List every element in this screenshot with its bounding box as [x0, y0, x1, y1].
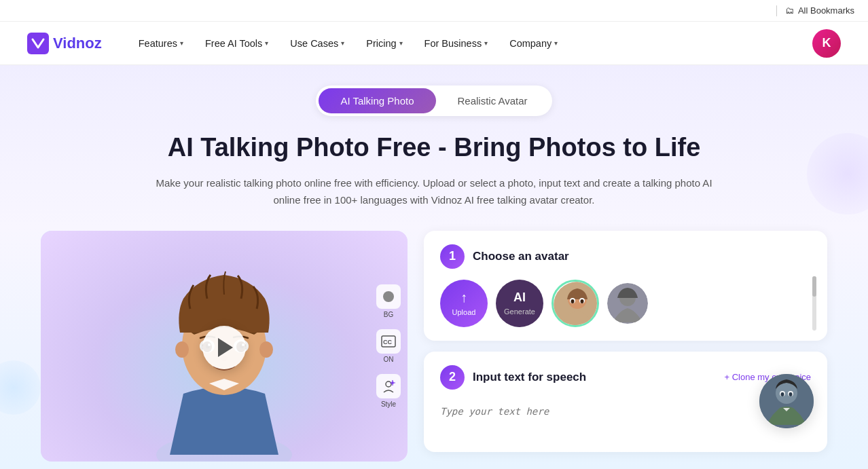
floating-avatar: [759, 374, 814, 428]
navbar: Vidnoz Features ▾ Free AI Tools ▾ Use Ca…: [0, 22, 868, 65]
style-tool-label: Style: [381, 400, 396, 408]
nav-items: Features ▾ Free AI Tools ▾ Use Cases ▾ P…: [129, 34, 812, 53]
bookmarks-icon: 🗂: [785, 5, 794, 16]
tab-realistic-avatar[interactable]: Realistic Avatar: [436, 88, 549, 113]
cc-tool[interactable]: CC ON: [376, 329, 401, 363]
top-bar: 🗂 All Bookmarks: [0, 0, 868, 22]
logo-text: Vidnoz: [53, 35, 102, 52]
tabs-container: AI Talking Photo Realistic Avatar: [41, 86, 827, 116]
chevron-down-icon: ▾: [554, 39, 558, 47]
chevron-down-icon: ▾: [180, 39, 183, 47]
tab-ai-talking-photo[interactable]: AI Talking Photo: [319, 88, 435, 113]
nav-label-free-ai-tools: Free AI Tools: [205, 38, 262, 49]
step1-title: Choose an avatar: [473, 250, 569, 263]
speech-text-input[interactable]: [440, 398, 811, 436]
video-panel: BG CC ON: [41, 231, 408, 462]
cc-icon: CC: [381, 335, 396, 348]
nav-label-pricing: Pricing: [366, 38, 396, 49]
cc-tool-label: ON: [384, 356, 394, 363]
nav-item-use-cases[interactable]: Use Cases ▾: [281, 34, 354, 53]
svg-point-15: [259, 341, 273, 358]
style-tool[interactable]: Style: [376, 374, 401, 408]
floating-avatar-image: [759, 374, 814, 428]
upload-icon: ↑: [460, 290, 467, 305]
tabs: AI Talking Photo Realistic Avatar: [316, 86, 551, 116]
side-tools: BG CC ON: [376, 284, 401, 408]
hero-title: AI Talking Photo Free - Bring Photos to …: [41, 132, 827, 164]
avatar-item-1[interactable]: [551, 280, 599, 327]
step1-number: 1: [440, 244, 465, 269]
svg-point-26: [581, 299, 584, 303]
upload-label: Upload: [452, 308, 476, 316]
style-icon: [381, 379, 396, 394]
step2-title: Input text for speech: [473, 371, 586, 384]
divider: [776, 5, 777, 16]
nav-item-for-business[interactable]: For Business ▾: [415, 34, 498, 53]
generate-label: Generate: [504, 307, 535, 316]
user-avatar-button[interactable]: K: [812, 29, 841, 58]
avatar-2-image: [607, 283, 648, 324]
logo-icon: [27, 33, 49, 54]
bookmarks-label: All Bookmarks: [798, 5, 854, 16]
style-tool-icon: [376, 374, 401, 398]
step1-header: 1 Choose an avatar: [440, 244, 811, 269]
bg-tool-label: BG: [384, 311, 393, 318]
nav-label-use-cases: Use Cases: [290, 38, 338, 49]
step2-number: 2: [440, 365, 465, 390]
generate-avatar-button[interactable]: AI Generate: [496, 280, 543, 327]
svg-point-33: [781, 392, 784, 396]
nav-item-company[interactable]: Company ▾: [500, 34, 567, 53]
ai-label: AI: [513, 290, 526, 305]
svg-point-19: [386, 381, 391, 387]
play-icon: [218, 338, 233, 357]
chevron-down-icon: ▾: [399, 39, 403, 47]
svg-point-34: [789, 392, 793, 396]
hero-section: AI Talking Photo Realistic Avatar AI Tal…: [0, 65, 868, 469]
deco-circle-2: [0, 360, 41, 415]
nav-item-features[interactable]: Features ▾: [129, 34, 193, 53]
step2-header: 2 Input text for speech + Clone my own v…: [440, 365, 811, 390]
chevron-down-icon: ▾: [341, 39, 344, 47]
avatar-item-2[interactable]: [607, 283, 648, 324]
avatar-grid: ↑ Upload AI Generate: [440, 280, 811, 327]
chevron-down-icon: ▾: [265, 39, 268, 47]
step2-title-group: 2 Input text for speech: [440, 365, 586, 390]
chevron-down-icon: ▾: [484, 39, 488, 47]
nav-label-for-business: For Business: [424, 38, 482, 49]
step1-card: 1 Choose an avatar ↑ Upload AI Generate: [424, 231, 827, 341]
logo[interactable]: Vidnoz: [27, 33, 102, 54]
user-initial: K: [822, 36, 831, 50]
tab-ai-talking-photo-label: AI Talking Photo: [340, 95, 414, 107]
bg-tool-icon: [376, 284, 401, 309]
hero-description: Make your realistic talking photo online…: [156, 174, 712, 209]
avatar-1-image: [554, 282, 599, 327]
svg-point-14: [175, 341, 189, 358]
bookmarks-button[interactable]: 🗂 All Bookmarks: [785, 5, 854, 16]
svg-text:CC: CC: [383, 339, 392, 345]
cc-tool-icon: CC: [376, 329, 401, 354]
bg-tool[interactable]: BG: [376, 284, 401, 318]
svg-rect-0: [27, 33, 49, 54]
svg-point-25: [571, 299, 575, 303]
nav-item-free-ai-tools[interactable]: Free AI Tools ▾: [196, 34, 278, 53]
nav-item-pricing[interactable]: Pricing ▾: [357, 34, 412, 53]
svg-point-20: [391, 381, 394, 384]
svg-point-16: [383, 291, 394, 302]
play-button[interactable]: [202, 326, 246, 369]
content-area: BG CC ON: [41, 231, 827, 462]
tab-realistic-avatar-label: Realistic Avatar: [458, 95, 528, 107]
nav-label-company: Company: [509, 38, 551, 49]
floating-avatar-inner: [759, 374, 814, 428]
nav-label-features: Features: [139, 38, 177, 49]
upload-avatar-button[interactable]: ↑ Upload: [440, 280, 488, 327]
circle-icon: [382, 290, 395, 303]
